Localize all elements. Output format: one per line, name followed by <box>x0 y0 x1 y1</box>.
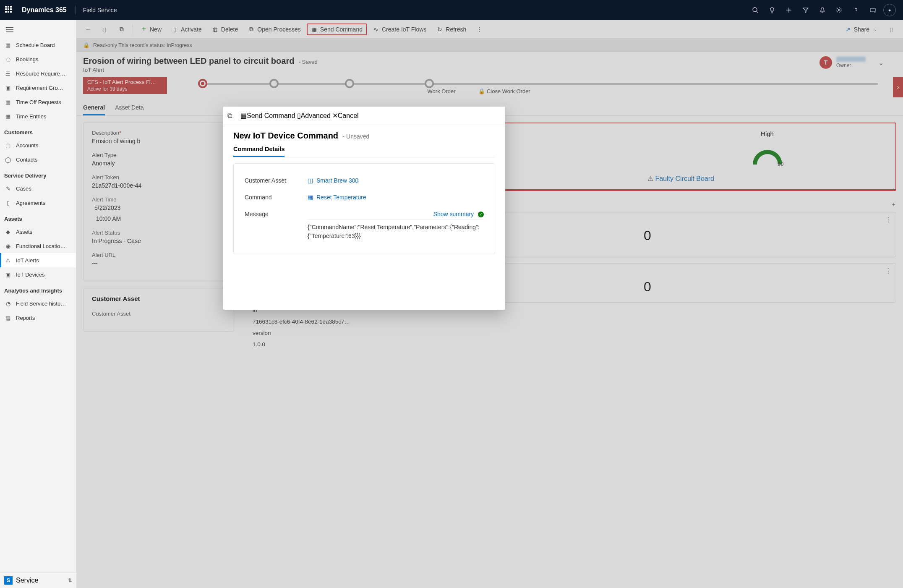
activate-button[interactable]: ▯Activate <box>167 24 206 35</box>
modal-tab-command-details[interactable]: Command Details <box>233 146 284 157</box>
refresh-button[interactable]: ↻Refresh <box>432 24 470 35</box>
tree-value: 716631c8-efc6-40f4-8e62-1ea385c7… <box>253 319 350 325</box>
nav-time-entries[interactable]: ▦Time Entries <box>0 109 76 123</box>
nav-agreements[interactable]: ▯Agreements <box>0 196 76 210</box>
delete-button[interactable]: 🗑Delete <box>208 24 242 35</box>
nav-contacts[interactable]: ◯Contacts <box>0 152 76 167</box>
field-customer-asset[interactable]: Customer Asset ◫ Smart Brew 300 <box>245 172 484 189</box>
nav-label: Cases <box>16 186 31 192</box>
more-icon[interactable]: ⋮ <box>885 267 892 275</box>
modal-popout-icon[interactable]: ⧉ <box>227 112 232 120</box>
btn-label: Advanced <box>301 112 331 119</box>
area-switcher[interactable]: S Service ⇅ <box>0 572 76 588</box>
nav-label: Accounts <box>16 142 38 149</box>
type-link[interactable]: Faulty Circuit Board <box>655 175 714 182</box>
new-button[interactable]: +New <box>136 24 166 35</box>
nav-iot-devices[interactable]: ▣IoT Devices <box>0 267 76 282</box>
popout-icon[interactable]: ⧉ <box>114 24 129 35</box>
nav-label: Contacts <box>16 157 37 163</box>
owner-block[interactable]: T Owner ⌄ <box>819 56 896 69</box>
command-link[interactable]: ▦ Reset Temperature <box>308 194 484 201</box>
nav-requirement-groups[interactable]: ▣Requirement Gro… <box>0 81 76 95</box>
lightbulb-icon[interactable] <box>764 0 780 20</box>
tab-general[interactable]: General <box>83 101 105 115</box>
bpf-stage-4[interactable] <box>425 79 434 88</box>
area-label: Service <box>16 577 38 584</box>
nav-resource-requirements[interactable]: ☰Resource Require… <box>0 66 76 81</box>
bpf-next-arrow[interactable]: › <box>893 77 903 97</box>
nav-label: Assets <box>16 229 32 235</box>
bpf-name: CFS - IoT Alert Process Fl… <box>87 79 163 86</box>
business-process-flow: CFS - IoT Alert Process Fl… Active for 3… <box>76 77 903 97</box>
field-description[interactable]: Description* Erosion of wiring b <box>92 130 225 144</box>
nav-iot-alerts[interactable]: ⚠IoT Alerts <box>0 253 76 267</box>
form-selector-icon[interactable]: ▯ <box>97 24 112 35</box>
bell-icon[interactable] <box>814 0 831 20</box>
nav-bookings[interactable]: ◌Bookings <box>0 52 76 66</box>
brand-label: Dynamics 365 <box>22 6 67 14</box>
gear-icon[interactable] <box>831 0 848 20</box>
calendar-icon: ▦ <box>4 112 12 120</box>
nav-fs-history[interactable]: ◔Field Service histo… <box>0 296 76 311</box>
field-value: Anomaly <box>92 160 225 167</box>
field-alert-time[interactable]: Alert Time 5/22/2023 10:00 AM <box>92 196 225 222</box>
modal-advanced-button[interactable]: ▯Advanced <box>297 112 331 120</box>
send-command-button[interactable]: ▦Send Command <box>307 24 367 35</box>
field-message[interactable]: Message Show summary ✓ {"CommandName":"R… <box>245 206 484 246</box>
customer-asset-link[interactable]: ◫ Smart Brew 300 <box>308 177 484 184</box>
plus-icon[interactable] <box>780 0 797 20</box>
nav-label: Requirement Gro… <box>16 85 63 91</box>
person-icon: ◌ <box>4 55 12 63</box>
modal-send-command-button[interactable]: ▦Send Command <box>240 112 295 120</box>
top-nav: Dynamics 365 Field Service ● <box>0 0 903 20</box>
tab-asset-details[interactable]: Asset Deta <box>115 101 144 115</box>
customer-asset-card: Customer Asset Customer Asset <box>83 288 234 332</box>
add-icon[interactable]: + <box>892 201 895 208</box>
open-processes-button[interactable]: ⧉Open Processes <box>244 24 305 35</box>
hamburger-icon[interactable] <box>0 22 76 38</box>
field-alert-status[interactable]: Alert Status In Progress - Case <box>92 230 225 244</box>
field-alert-url[interactable]: Alert URL --- <box>92 252 225 267</box>
nav-functional-locations[interactable]: ◉Functional Locatio… <box>0 239 76 253</box>
nav-time-off[interactable]: ▦Time Off Requests <box>0 95 76 109</box>
more-icon[interactable]: ⋮ <box>885 216 892 224</box>
nav-cases[interactable]: ✎Cases <box>0 181 76 196</box>
side-panel-icon[interactable]: ▯ <box>884 24 899 35</box>
nav-label: Time Off Requests <box>16 99 61 105</box>
back-button[interactable]: ← <box>81 24 96 35</box>
app-launcher-icon[interactable] <box>5 6 13 14</box>
create-iot-flows-button[interactable]: ∿Create IoT Flows <box>368 24 431 35</box>
nav-accounts[interactable]: ▢Accounts <box>0 138 76 152</box>
bpf-active-stage[interactable]: CFS - IoT Alert Process Fl… Active for 3… <box>83 77 167 94</box>
owner-avatar: T <box>819 56 832 69</box>
nav-schedule-board[interactable]: ▦Schedule Board <box>0 38 76 52</box>
btn-label: Open Processes <box>257 26 301 33</box>
show-summary-link[interactable]: Show summary <box>433 211 474 217</box>
bpf-stage-3[interactable] <box>345 79 354 88</box>
wrench-icon: ✎ <box>4 185 12 192</box>
share-button[interactable]: ↗Share⌄ <box>840 24 881 35</box>
bpf-stage-2[interactable] <box>269 79 279 88</box>
field-customer-asset[interactable]: Customer Asset <box>92 311 225 317</box>
app-name[interactable]: Field Service <box>83 7 117 13</box>
svg-point-4 <box>838 9 840 11</box>
help-icon[interactable] <box>848 0 864 20</box>
search-icon[interactable] <box>747 0 764 20</box>
user-avatar[interactable]: ● <box>881 0 898 20</box>
overflow-button[interactable]: ⋮ <box>472 24 487 35</box>
assistant-icon[interactable] <box>864 0 881 20</box>
chevron-down-icon[interactable]: ⌄ <box>878 59 884 67</box>
nav-label: Agreements <box>16 200 45 206</box>
modal-cancel-button[interactable]: ✕Cancel <box>332 112 359 120</box>
check-icon: ✓ <box>478 212 484 217</box>
group-delivery: Service Delivery <box>0 167 76 181</box>
record-title: Erosion of wiring between LED panel to c… <box>83 56 294 65</box>
nav-assets[interactable]: ◆Assets <box>0 225 76 239</box>
nav-reports[interactable]: ▤Reports <box>0 311 76 325</box>
field-alert-type[interactable]: Alert Type Anomaly <box>92 152 225 167</box>
filter-icon[interactable] <box>797 0 814 20</box>
bpf-stage-1[interactable] <box>198 79 207 88</box>
field-command[interactable]: Command ▦ Reset Temperature <box>245 189 484 206</box>
field-alert-token[interactable]: Alert Token 21a527d1-000e-44 <box>92 174 225 189</box>
field-value: 5/22/2023 <box>94 204 225 211</box>
